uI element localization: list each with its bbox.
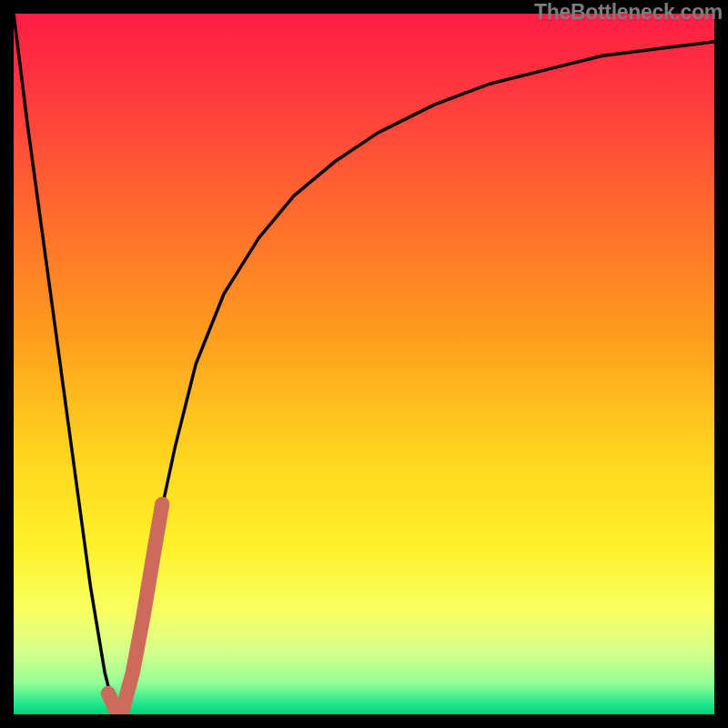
watermark-text: TheBottleneck.com — [534, 0, 723, 25]
bottleneck-curve — [14, 14, 714, 714]
plot-area — [14, 14, 714, 714]
highlight-segment — [108, 504, 162, 711]
curve-layer — [14, 14, 714, 714]
chart-frame: TheBottleneck.com — [0, 0, 728, 728]
